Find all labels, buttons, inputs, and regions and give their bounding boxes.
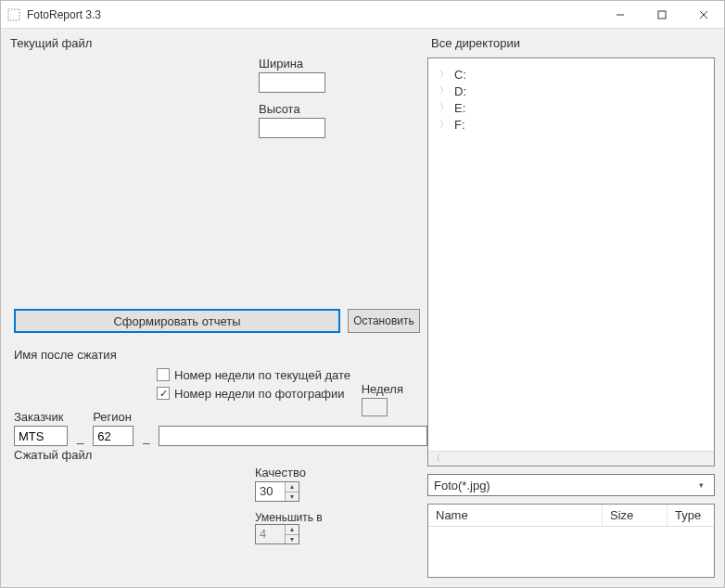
scale-down-icon[interactable]: ▼ <box>286 535 299 544</box>
tree-item[interactable]: 〉 F: <box>434 116 708 133</box>
column-header-name[interactable]: Name <box>428 505 603 526</box>
width-input[interactable] <box>259 72 325 93</box>
region-label: Регион <box>93 410 134 424</box>
quality-down-icon[interactable]: ▼ <box>286 492 299 502</box>
compressed-file-label: Сжатый файл <box>14 448 422 462</box>
scroll-left-icon[interactable]: 〈 <box>428 452 443 467</box>
customer-input[interactable] <box>14 426 68 446</box>
drive-label: E: <box>454 101 465 115</box>
chevron-right-icon[interactable]: 〉 <box>439 118 451 131</box>
close-button[interactable] <box>682 1 724 28</box>
tree-item[interactable]: 〉 C: <box>434 66 708 83</box>
column-header-type[interactable]: Type <box>668 505 714 526</box>
height-label: Высота <box>259 102 325 116</box>
maximize-button[interactable] <box>641 1 682 28</box>
svg-rect-2 <box>658 11 666 19</box>
drive-label: F: <box>454 118 465 132</box>
scale-up-icon[interactable]: ▲ <box>286 525 299 535</box>
window-title: FotoReport 3.3 <box>27 8 101 21</box>
all-directories-label: Все директории <box>431 36 715 50</box>
svg-rect-0 <box>8 9 19 20</box>
scale-label: Уменьшить в <box>255 511 422 524</box>
week-label: Неделя <box>362 382 403 396</box>
quality-value[interactable]: 30 <box>256 482 285 501</box>
drive-label: D: <box>454 84 466 98</box>
week-current-label: Номер недели по текущей дате <box>174 368 350 382</box>
titlebar: FotoReport 3.3 <box>1 1 724 29</box>
directory-tree[interactable]: 〉 C: 〉 D: 〉 E: 〉 F: 〈 <box>427 58 715 467</box>
chevron-right-icon[interactable]: 〉 <box>439 101 451 114</box>
separator: _ <box>77 430 83 446</box>
scale-spinner[interactable]: 4 ▲ ▼ <box>255 524 299 544</box>
generate-reports-button[interactable]: Сформировать отчеты <box>14 309 340 333</box>
tree-item[interactable]: 〉 D: <box>434 83 708 99</box>
week-input[interactable] <box>362 398 388 416</box>
minimize-button[interactable] <box>599 1 641 28</box>
stop-button[interactable]: Остановить <box>348 309 420 333</box>
drive-label: C: <box>454 68 466 82</box>
name-after-compress-label: Имя после сжатия <box>14 348 422 362</box>
filter-value: Foto(*.jpg) <box>434 479 490 492</box>
current-file-label: Текущий файл <box>10 36 418 50</box>
chevron-down-icon[interactable]: ▾ <box>693 480 708 490</box>
week-photo-label: Номер недели по фотографии <box>174 387 345 401</box>
customer-label: Заказчик <box>14 410 68 424</box>
tree-item[interactable]: 〉 E: <box>434 99 708 116</box>
file-list[interactable]: Name Size Type <box>427 504 715 578</box>
file-filter-dropdown[interactable]: Foto(*.jpg) ▾ <box>427 474 715 496</box>
chevron-right-icon[interactable]: 〉 <box>439 68 451 81</box>
chevron-right-icon[interactable]: 〉 <box>439 84 451 97</box>
horizontal-scrollbar[interactable]: 〈 <box>428 451 714 466</box>
week-current-checkbox[interactable] <box>157 368 170 381</box>
height-input[interactable] <box>259 118 325 138</box>
quality-label: Качество <box>255 466 422 479</box>
width-label: Ширина <box>259 57 325 70</box>
app-icon <box>6 7 21 22</box>
week-photo-checkbox[interactable] <box>157 387 170 400</box>
quality-up-icon[interactable]: ▲ <box>286 482 299 492</box>
filename-rest-input[interactable] <box>159 426 427 446</box>
scale-value[interactable]: 4 <box>256 525 285 543</box>
separator: _ <box>143 430 149 446</box>
column-header-size[interactable]: Size <box>603 505 668 526</box>
quality-spinner[interactable]: 30 ▲ ▼ <box>255 481 299 502</box>
region-input[interactable] <box>93 426 134 446</box>
